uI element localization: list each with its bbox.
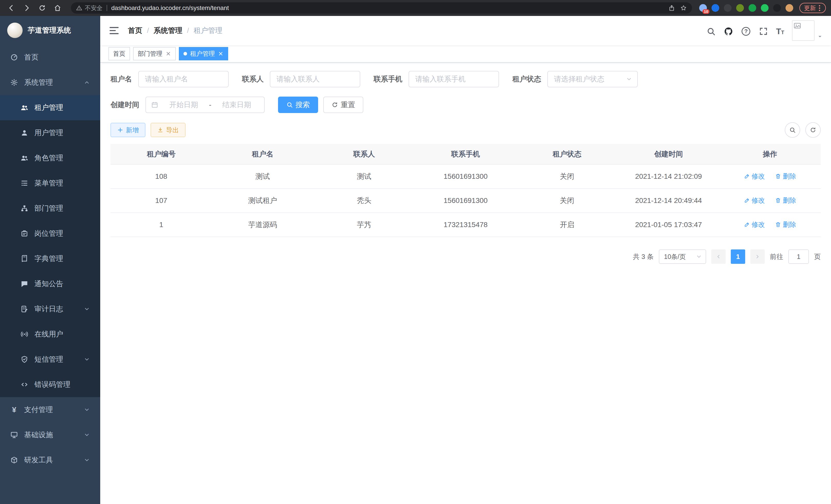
sidebar-collapse-icon[interactable] [109,25,120,36]
contact-input[interactable] [270,71,360,87]
extension-icon-2[interactable] [712,4,719,12]
fullscreen-icon[interactable] [758,26,768,36]
url-text: dashboard.yudao.iocoder.cn/system/tenant [111,4,668,11]
share-icon[interactable] [668,5,675,11]
sidebar-item-notice[interactable]: 通知公告 [0,271,100,296]
download-icon [157,127,164,133]
delete-link[interactable]: 删除 [775,172,796,181]
export-button[interactable]: 导出 [150,123,185,137]
sidebar: 芋道管理系统 首页 系统管理 租户管理 用户管理 [0,16,100,504]
phone-label: 联系手机 [374,74,402,84]
table-row: 108 测试 测试 15601691300 关闭 2021-12-14 21:0… [111,165,821,188]
search-button[interactable]: 搜索 [278,97,318,113]
refresh-table-button[interactable] [805,122,821,138]
refresh-icon [332,101,338,108]
phone-input[interactable] [408,71,499,87]
bookmark-star-icon[interactable] [680,5,687,11]
delete-link[interactable]: 删除 [775,196,796,205]
sidebar-item-dict[interactable]: 字典管理 [0,246,100,271]
chevron-down-icon [84,457,90,463]
close-icon[interactable] [218,51,224,57]
sidebar-item-dept[interactable]: 部门管理 [0,196,100,221]
edit-link[interactable]: 修改 [744,172,765,181]
sidebar-item-error-code[interactable]: 错误码管理 [0,372,100,397]
book-icon [21,255,28,263]
github-icon[interactable] [724,26,733,36]
sidebar-item-audit-log[interactable]: 审计日志 [0,296,100,322]
browser-forward-button[interactable] [21,2,33,14]
tab-dept[interactable]: 部门管理 [133,47,176,60]
sidebar-group-pay[interactable]: ¥ 支付管理 [0,397,100,422]
sidebar-group-system[interactable]: 系统管理 [0,70,100,95]
delete-link[interactable]: 删除 [775,220,796,229]
table-row: 107 测试租户 秃头 15601691300 关闭 2021-12-14 20… [111,188,821,213]
status-select[interactable]: 请选择租户状态 [547,71,638,87]
created-time-label: 创建时间 [111,100,139,110]
col-tenant-id: 租户编号 [111,144,212,165]
help-icon[interactable]: ? [741,26,751,36]
sidebar-item-post[interactable]: 岗位管理 [0,221,100,246]
reset-button[interactable]: 重置 [323,97,363,113]
extension-icon-3[interactable] [724,4,732,12]
extension-icon-7[interactable] [773,4,781,12]
breadcrumb-current: 租户管理 [194,26,223,35]
browser-reload-button[interactable] [36,2,48,14]
shield-icon [21,356,28,363]
font-size-icon[interactable]: TT [776,27,784,36]
browser-menu-icon[interactable] [818,5,821,11]
avatar[interactable] [792,20,814,41]
sidebar-item-online-user[interactable]: 在线用户 [0,322,100,347]
extension-icon-6[interactable] [761,4,769,12]
add-button[interactable]: 新增 [111,123,145,137]
sidebar-item-sms[interactable]: 短信管理 [0,347,100,372]
close-icon[interactable] [166,51,171,57]
extension-icon-5[interactable] [748,4,756,12]
date-range-picker[interactable]: 开始日期 - 结束日期 [145,97,265,113]
page-size-select[interactable]: 10条/页 [659,249,706,264]
signal-icon [21,330,28,338]
browser-update-button[interactable]: 更新 [799,3,826,13]
goto-page-input[interactable] [789,249,809,264]
system-submenu: 租户管理 用户管理 角色管理 菜单管理 部门管理 [0,95,100,397]
sidebar-item-role[interactable]: 角色管理 [0,145,100,171]
chevron-down-icon [626,76,632,82]
toggle-search-button[interactable] [785,122,800,138]
refresh-icon [810,127,816,133]
sidebar-group-devtools[interactable]: 研发工具 [0,447,100,473]
browser-home-button[interactable] [51,2,64,14]
page-number-button[interactable]: 1 [731,249,745,264]
tenant-name-input[interactable] [138,71,229,87]
users-icon [21,154,28,162]
user-menu[interactable] [792,20,823,41]
breadcrumb: 首页 / 系统管理 / 租户管理 [128,26,223,35]
tab-tenant[interactable]: 租户管理 [179,47,228,60]
tab-home[interactable]: 首页 [109,47,130,60]
sidebar-item-menu[interactable]: 菜单管理 [0,171,100,196]
prev-page-button[interactable] [711,249,726,264]
browser-back-button[interactable] [5,2,18,14]
edit-link[interactable]: 修改 [744,196,765,205]
plus-icon [117,127,123,133]
breadcrumb-system[interactable]: 系统管理 [154,26,182,35]
extension-icon-1[interactable]: 10 [699,4,707,12]
sidebar-item-tenant[interactable]: 租户管理 [0,95,100,120]
status-text: 关闭 [516,188,618,213]
tenant-table: 租户编号 租户名 联系人 联系手机 租户状态 创建时间 操作 108 测试 [111,144,821,237]
trash-icon [775,197,781,203]
sidebar-item-user[interactable]: 用户管理 [0,120,100,145]
address-bar[interactable]: 不安全 dashboard.yudao.iocoder.cn/system/te… [71,2,692,13]
security-indicator[interactable]: 不安全 [76,4,103,12]
edit-link[interactable]: 修改 [744,220,765,229]
extension-icon-4[interactable] [736,4,744,12]
monitor-icon [10,431,18,439]
sidebar-item-home[interactable]: 首页 [0,45,100,70]
pagination: 共 3 条 10条/页 1 前往 页 [111,249,821,264]
extension-icon-8[interactable] [785,4,793,12]
breadcrumb-home[interactable]: 首页 [128,26,142,35]
next-page-button[interactable] [750,249,765,264]
active-dot [183,52,187,56]
header-search-icon[interactable] [706,26,716,36]
sidebar-group-infra[interactable]: 基础设施 [0,422,100,447]
url-divider [107,5,107,11]
sidebar-logo[interactable]: 芋道管理系统 [0,16,100,45]
